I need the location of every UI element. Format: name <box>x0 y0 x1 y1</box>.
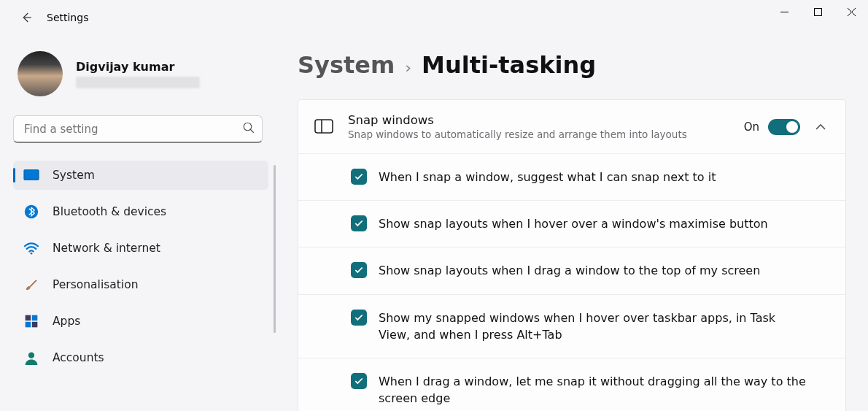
checkbox-checked[interactable] <box>351 310 367 326</box>
profile-name: Digvijay kumar <box>76 60 200 74</box>
app-title: Settings <box>47 12 88 23</box>
minimize-button[interactable] <box>767 0 801 23</box>
check-icon <box>354 312 364 323</box>
snap-option-row[interactable]: Show snap layouts when I drag a window t… <box>298 247 845 293</box>
checkbox-checked[interactable] <box>351 215 367 231</box>
checkbox-checked[interactable] <box>351 373 367 389</box>
avatar <box>18 51 63 96</box>
snap-option-row[interactable]: When I drag a window, let me snap it wit… <box>298 358 845 411</box>
snap-option-label: Show snap layouts when I drag a window t… <box>379 262 760 279</box>
snap-windows-desc: Snap windows to automatically resize and… <box>348 128 744 140</box>
sidebar-item-label: Accounts <box>53 351 104 364</box>
checkbox-checked[interactable] <box>351 169 367 185</box>
chevron-up-icon <box>815 123 826 131</box>
snap-windows-title: Snap windows <box>348 113 744 127</box>
snap-windows-header[interactable]: Snap windows Snap windows to automatical… <box>298 100 845 153</box>
sidebar-item-network[interactable]: Network & internet <box>13 234 268 263</box>
check-icon <box>354 172 364 182</box>
snap-option-label: When I drag a window, let me snap it wit… <box>379 373 809 407</box>
check-icon <box>354 265 364 275</box>
wifi-icon <box>23 240 39 256</box>
snap-option-row[interactable]: Show my snapped windows when I hover ove… <box>298 294 845 358</box>
toggle-state-label: On <box>744 120 759 134</box>
svg-rect-7 <box>32 315 38 321</box>
sidebar-scrollbar[interactable] <box>274 165 276 333</box>
back-button[interactable] <box>12 3 41 32</box>
breadcrumb: System › Multi-tasking <box>298 51 846 79</box>
maximize-icon <box>814 8 822 16</box>
check-icon <box>354 218 364 228</box>
brush-icon <box>23 277 39 293</box>
accounts-icon <box>23 350 39 366</box>
snap-windows-panel: Snap windows Snap windows to automatical… <box>298 99 846 411</box>
bluetooth-icon <box>23 204 39 220</box>
close-icon <box>848 8 856 16</box>
svg-rect-8 <box>26 322 31 328</box>
maximize-button[interactable] <box>801 0 834 23</box>
sidebar-item-system[interactable]: System <box>13 161 268 190</box>
search-input[interactable] <box>13 115 263 143</box>
sidebar-item-label: Apps <box>53 315 80 328</box>
sidebar-item-apps[interactable]: Apps <box>13 307 268 336</box>
svg-rect-6 <box>26 315 31 321</box>
window-controls <box>767 0 868 23</box>
close-button[interactable] <box>834 0 868 23</box>
profile-subtext-redacted <box>76 77 200 88</box>
sidebar-item-bluetooth[interactable]: Bluetooth & devices <box>13 197 268 226</box>
snap-option-row[interactable]: When I snap a window, suggest what I can… <box>298 153 845 200</box>
search-wrap <box>13 115 263 143</box>
snap-option-label: Show my snapped windows when I hover ove… <box>379 310 809 343</box>
sidebar-item-label: Network & internet <box>53 242 160 255</box>
svg-point-1 <box>244 123 252 131</box>
apps-icon <box>23 313 39 329</box>
sidebar-item-label: Bluetooth & devices <box>53 205 166 218</box>
content-area: System › Multi-tasking Snap windows Snap… <box>298 51 846 411</box>
snap-windows-toggle[interactable] <box>768 119 800 135</box>
breadcrumb-parent[interactable]: System <box>298 51 395 79</box>
nav-list: System Bluetooth & devices Network & int… <box>13 161 268 372</box>
back-arrow-icon <box>20 11 33 24</box>
snap-layout-icon <box>314 119 333 135</box>
svg-rect-9 <box>32 322 38 328</box>
sidebar-item-personalisation[interactable]: Personalisation <box>13 270 268 299</box>
svg-rect-0 <box>814 8 821 15</box>
system-icon <box>23 167 39 183</box>
expand-collapse-button[interactable] <box>815 120 829 134</box>
sidebar-item-label: System <box>53 169 95 182</box>
snap-option-row[interactable]: Show snap layouts when I hover over a wi… <box>298 200 845 247</box>
chevron-right-icon: › <box>405 58 411 77</box>
snap-option-label: When I snap a window, suggest what I can… <box>379 169 716 185</box>
search-icon <box>242 121 255 137</box>
checkbox-checked[interactable] <box>351 262 367 278</box>
profile-block[interactable]: Digvijay kumar <box>18 51 277 96</box>
breadcrumb-current: Multi-tasking <box>422 51 596 79</box>
title-bar: Settings <box>0 0 868 35</box>
snap-option-label: Show snap layouts when I hover over a wi… <box>379 215 768 232</box>
svg-rect-11 <box>315 120 333 133</box>
sidebar-item-accounts[interactable]: Accounts <box>13 343 268 372</box>
minimize-icon <box>780 8 788 16</box>
svg-point-10 <box>28 353 34 358</box>
sidebar-item-label: Personalisation <box>53 278 138 291</box>
sidebar: Digvijay kumar System Bluetooth & device… <box>0 51 277 411</box>
svg-point-5 <box>31 253 33 255</box>
svg-rect-2 <box>24 170 39 180</box>
check-icon <box>354 376 364 386</box>
